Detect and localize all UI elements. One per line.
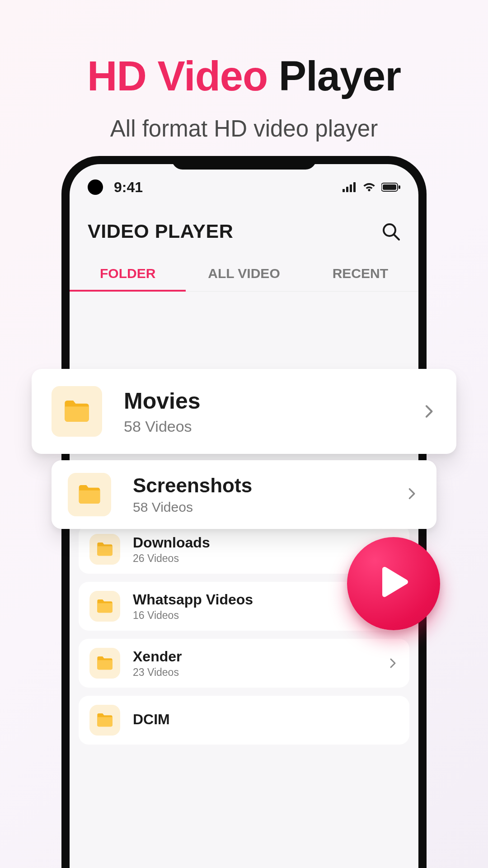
svg-rect-5 xyxy=(383,184,396,190)
tab-recent[interactable]: RECENT xyxy=(302,266,418,291)
folder-title: Downloads xyxy=(133,534,387,551)
folder-item-dcim[interactable]: DCIM xyxy=(79,696,409,745)
svg-rect-3 xyxy=(353,182,356,192)
tab-label: ALL VIDEO xyxy=(208,266,280,281)
tabs-bar: FOLDER ALL VIDEO RECENT xyxy=(70,253,418,292)
folder-icon xyxy=(89,591,120,622)
promo-headline-area: HD Video Player All format HD video play… xyxy=(0,0,488,142)
folder-title: Xender xyxy=(133,648,387,665)
folder-subtitle: 58 Videos xyxy=(133,500,405,515)
folder-subtitle: 23 Videos xyxy=(133,666,387,679)
svg-rect-2 xyxy=(350,184,352,192)
app-title: VIDEO PLAYER xyxy=(88,220,233,242)
tab-label: RECENT xyxy=(333,266,388,281)
folder-title: Screenshots xyxy=(133,474,405,497)
svg-rect-6 xyxy=(399,185,400,189)
tab-all-video[interactable]: ALL VIDEO xyxy=(186,266,302,291)
folder-item-xender[interactable]: Xender 23 Videos xyxy=(79,639,409,688)
chevron-right-icon xyxy=(405,487,420,502)
chevron-right-icon xyxy=(421,404,436,419)
folder-title: Movies xyxy=(124,388,421,414)
headline-pink: HD Video xyxy=(87,53,267,99)
folder-subtitle: 58 Videos xyxy=(124,418,421,435)
folder-subtitle: 16 Videos xyxy=(133,609,387,622)
battery-icon xyxy=(381,183,400,192)
promo-headline: HD Video Player xyxy=(0,54,488,98)
status-time: 9:41 xyxy=(114,179,143,196)
svg-rect-1 xyxy=(346,187,348,192)
front-camera-dot xyxy=(88,179,103,195)
headline-black: Player xyxy=(279,53,401,99)
lifted-cards-group: Movies 58 Videos Screenshots 58 Videos xyxy=(32,369,456,535)
status-bar: 9:41 xyxy=(70,164,418,205)
play-fab[interactable] xyxy=(347,537,440,630)
folder-icon xyxy=(52,386,102,437)
phone-notch xyxy=(172,156,316,170)
app-header: VIDEO PLAYER xyxy=(70,205,418,253)
play-icon xyxy=(379,566,408,601)
folder-icon xyxy=(89,534,120,565)
tab-label: FOLDER xyxy=(100,266,155,281)
chevron-right-icon xyxy=(387,657,399,669)
folder-icon xyxy=(89,705,120,736)
cellular-signal-icon xyxy=(343,182,357,192)
search-icon xyxy=(381,222,400,241)
svg-rect-0 xyxy=(343,189,345,192)
svg-line-8 xyxy=(394,235,399,240)
promo-subhead: All format HD video player xyxy=(0,115,488,142)
folder-subtitle: 26 Videos xyxy=(133,552,387,565)
folder-icon xyxy=(68,473,111,516)
tab-folder[interactable]: FOLDER xyxy=(70,266,186,291)
folder-item-movies[interactable]: Movies 58 Videos xyxy=(32,369,456,454)
wifi-icon xyxy=(362,182,376,192)
folder-icon xyxy=(89,648,120,679)
search-button[interactable] xyxy=(381,222,400,241)
folder-title: DCIM xyxy=(133,711,399,728)
folder-item-screenshots[interactable]: Screenshots 58 Videos xyxy=(52,460,436,529)
